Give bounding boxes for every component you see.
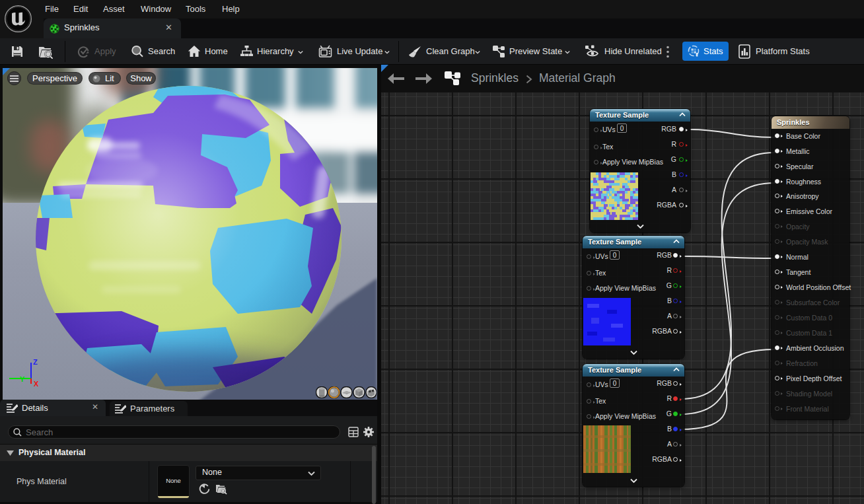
svg-text:Z: Z [33,358,38,366]
svg-text:X: X [34,380,39,388]
svg-text:Y: Y [20,375,25,383]
